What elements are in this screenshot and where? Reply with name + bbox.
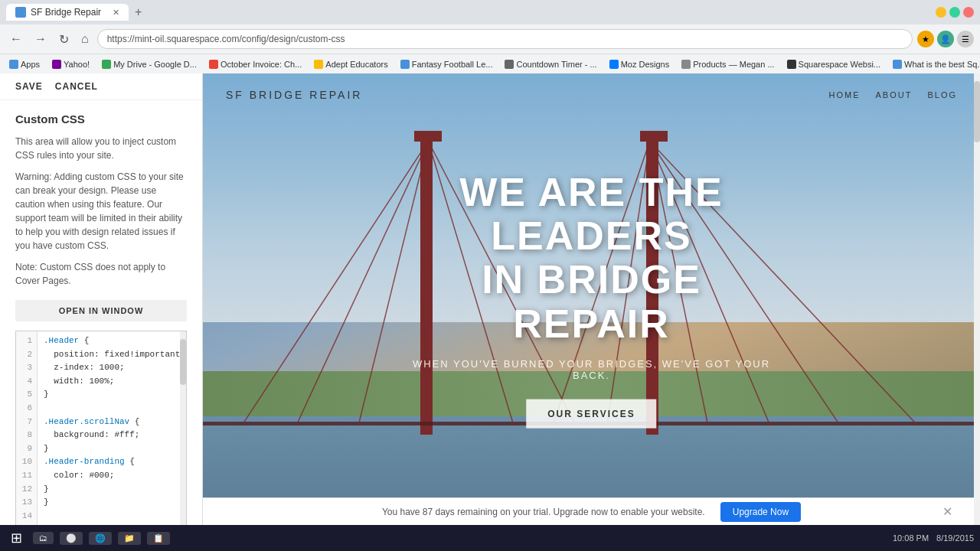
bookmark-fantasy[interactable]: Fantasy Football Le... bbox=[397, 59, 496, 70]
nav-home[interactable]: HOME bbox=[829, 90, 861, 99]
moz-icon bbox=[609, 60, 619, 69]
site-header: SF BRIDGE REPAIR HOME ABOUT BLOG bbox=[203, 73, 980, 116]
tab-title: SF Bridge Repair bbox=[31, 7, 101, 18]
taskbar-explorer[interactable]: 🗂 bbox=[33, 532, 54, 544]
preview-scrollbar[interactable] bbox=[974, 73, 980, 525]
taskbar-right: 10:08 PM 8/19/2015 bbox=[893, 533, 974, 543]
bookmark-adept[interactable]: Adept Educators bbox=[311, 59, 390, 70]
browser-tab[interactable]: SF Bridge Repair ✕ bbox=[6, 4, 129, 21]
address-bar-row: ← → ↻ ⌂ https://mint-oil.squarespace.com… bbox=[0, 24, 980, 54]
fantasy-icon bbox=[400, 60, 410, 69]
home-button[interactable]: ⌂ bbox=[77, 31, 93, 47]
notification-text: You have 87 days remaining on your trial… bbox=[382, 507, 705, 517]
bookmark-moz[interactable]: Moz Designs bbox=[606, 59, 673, 70]
new-tab-button[interactable]: + bbox=[129, 2, 148, 22]
address-bar[interactable]: https://mint-oil.squarespace.com/config/… bbox=[97, 29, 913, 49]
cta-button[interactable]: OUR SERVICES bbox=[526, 399, 656, 428]
preview-website: SF BRIDGE REPAIR HOME ABOUT BLOG WE ARE … bbox=[203, 73, 980, 525]
forward-button[interactable]: → bbox=[31, 31, 51, 47]
taskbar-time: 10:08 PM bbox=[893, 533, 929, 543]
open-in-window-button[interactable]: OPEN IN WINDOW bbox=[15, 300, 187, 321]
editor-scrollbar-thumb[interactable] bbox=[180, 339, 186, 385]
code-editor-wrapper: 12345 678910 1112131415 161718 .Header {… bbox=[15, 331, 187, 525]
cancel-button[interactable]: CANCEL bbox=[55, 81, 98, 92]
preview-background: SF BRIDGE REPAIR HOME ABOUT BLOG WE ARE … bbox=[203, 73, 980, 525]
hero-title-line2: IN BRIDGE REPAIR bbox=[397, 258, 786, 345]
bookmark-what-is[interactable]: What is the best Sq... bbox=[890, 59, 980, 70]
url-display: https://mint-oil.squarespace.com/config/… bbox=[107, 34, 345, 44]
panel-content: Custom CSS This area will allow you to i… bbox=[0, 100, 202, 525]
panel-warning: Warning: Adding custom CSS to your site … bbox=[15, 170, 187, 253]
hero-title: WE ARE THE LEADERS IN BRIDGE REPAIR bbox=[397, 171, 786, 346]
bookmark-countdown[interactable]: Countdown Timer - ... bbox=[501, 59, 599, 70]
site-logo: SF BRIDGE REPAIR bbox=[226, 89, 362, 101]
start-button[interactable]: ⊞ bbox=[6, 528, 27, 548]
bookmarks-bar: Apps Yahoo! My Drive - Google D... Octob… bbox=[0, 54, 980, 73]
yahoo-icon bbox=[52, 60, 61, 69]
taskbar-chrome[interactable]: ⚪ bbox=[60, 532, 83, 545]
maximize-button[interactable] bbox=[949, 7, 960, 18]
hero-title-line1: WE ARE THE LEADERS bbox=[397, 171, 786, 258]
hero-content: WE ARE THE LEADERS IN BRIDGE REPAIR WHEN… bbox=[397, 171, 786, 429]
what-is-icon bbox=[893, 60, 902, 69]
notification-bar: You have 87 days remaining on your trial… bbox=[203, 497, 980, 525]
preview-area: SF BRIDGE REPAIR HOME ABOUT BLOG WE ARE … bbox=[203, 73, 980, 525]
notification-close-button[interactable]: ✕ bbox=[942, 504, 952, 519]
bookmark-invoice[interactable]: October Invoice: Ch... bbox=[206, 59, 305, 70]
panel-toolbar: SAVE CANCEL bbox=[0, 73, 202, 100]
invoice-icon bbox=[209, 60, 218, 69]
title-bar: SF Bridge Repair ✕ + bbox=[0, 0, 980, 24]
countdown-icon bbox=[505, 60, 514, 69]
tower-cap-left bbox=[414, 131, 442, 142]
taskbar-date: 8/19/2015 bbox=[936, 533, 974, 543]
save-button[interactable]: SAVE bbox=[15, 81, 43, 92]
bookmark-products[interactable]: Products — Megan ... bbox=[678, 59, 777, 70]
panel-title: Custom CSS bbox=[15, 112, 187, 126]
left-panel: SAVE CANCEL Custom CSS This area will al… bbox=[0, 73, 203, 525]
products-icon bbox=[681, 60, 691, 69]
code-editor[interactable]: 12345 678910 1112131415 161718 .Header {… bbox=[16, 331, 186, 525]
hero-subtitle: WHEN YOU'VE BURNED YOUR BRIDGES, WE'VE G… bbox=[397, 357, 786, 380]
tab-favicon bbox=[15, 7, 26, 18]
site-nav: HOME ABOUT BLOG bbox=[829, 90, 957, 99]
bookmark-apps[interactable]: Apps bbox=[6, 59, 43, 70]
extensions-icon[interactable]: ★ bbox=[917, 31, 934, 47]
upgrade-button[interactable]: Upgrade Now bbox=[720, 502, 801, 522]
bookmark-squarespace[interactable]: Squarespace Websi... bbox=[784, 59, 884, 70]
taskbar-app[interactable]: 📋 bbox=[147, 532, 170, 545]
toolbar-icons: ★ 👤 ☰ bbox=[917, 31, 974, 47]
bookmark-yahoo[interactable]: Yahoo! bbox=[49, 59, 93, 70]
editor-scrollbar[interactable] bbox=[180, 331, 186, 525]
reload-button[interactable]: ↻ bbox=[55, 31, 73, 48]
panel-note: Note: Custom CSS does not apply to Cover… bbox=[15, 260, 187, 288]
tab-close-button[interactable]: ✕ bbox=[113, 8, 119, 18]
taskbar: ⊞ 🗂 ⚪ 🌐 📁 📋 10:08 PM 8/19/2015 bbox=[0, 525, 980, 551]
taskbar-files[interactable]: 📁 bbox=[118, 532, 141, 545]
tower-cap-right bbox=[640, 131, 668, 142]
back-button[interactable]: ← bbox=[6, 31, 26, 47]
close-button[interactable] bbox=[963, 7, 974, 18]
drive-icon bbox=[102, 60, 111, 69]
nav-about[interactable]: ABOUT bbox=[876, 90, 913, 99]
window-controls bbox=[936, 7, 974, 18]
menu-icon[interactable]: ☰ bbox=[957, 31, 974, 47]
adept-icon bbox=[314, 60, 323, 69]
apps-icon bbox=[9, 60, 18, 69]
taskbar-ie[interactable]: 🌐 bbox=[89, 532, 112, 545]
minimize-button[interactable] bbox=[936, 7, 946, 18]
user-icon[interactable]: 👤 bbox=[937, 31, 954, 47]
bookmark-drive[interactable]: My Drive - Google D... bbox=[99, 59, 200, 70]
panel-description: This area will allow you to inject custo… bbox=[15, 135, 187, 162]
code-content[interactable]: .Header { position: fixed!important; z-i… bbox=[38, 331, 186, 525]
main-area: SAVE CANCEL Custom CSS This area will al… bbox=[0, 73, 980, 525]
nav-blog[interactable]: BLOG bbox=[927, 90, 957, 99]
line-numbers: 12345 678910 1112131415 161718 bbox=[16, 331, 38, 525]
squarespace-icon bbox=[787, 60, 796, 69]
browser-chrome: SF Bridge Repair ✕ + ← → ↻ ⌂ https://min… bbox=[0, 0, 980, 73]
